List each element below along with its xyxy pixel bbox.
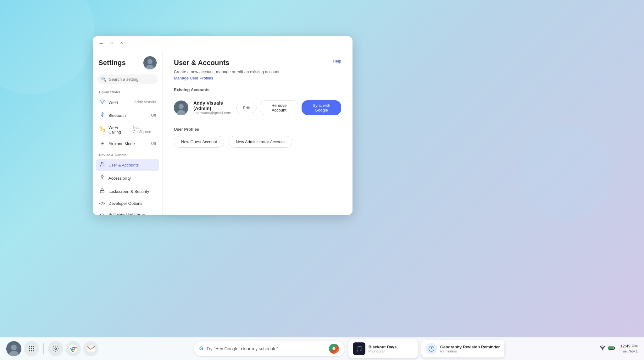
- svg-rect-16: [29, 346, 30, 347]
- new-guest-account-button[interactable]: New Guest Account: [174, 136, 224, 148]
- page-header: User & Accounts Create a new account, ma…: [174, 59, 341, 81]
- sidebar-item-airplane[interactable]: ✈ Airplane Mode Off: [96, 138, 159, 149]
- window-body: Settings 🔍 Connections: [93, 50, 353, 215]
- taskbar-right: 12:49 PM Tue, Nov 1: [599, 343, 638, 354]
- airplane-icon: ✈: [99, 141, 105, 146]
- minimize-button[interactable]: —: [98, 40, 105, 46]
- search-icon: 🔍: [101, 77, 106, 82]
- svg-rect-34: [614, 347, 615, 349]
- user-profiles-section: User Profiles New Guest Account New Admi…: [174, 127, 341, 148]
- date-display: Tue, Nov 1: [620, 349, 638, 354]
- taskbar-avatar[interactable]: [6, 341, 21, 356]
- search-box[interactable]: 🔍: [97, 74, 158, 84]
- remove-account-button[interactable]: Remove Account: [260, 100, 298, 115]
- airplane-value: Off: [151, 141, 156, 146]
- page-description: Create a new account, manage or edit an …: [174, 69, 280, 81]
- reminder-text: Geography Revision Reminder Reminders: [440, 345, 500, 353]
- titlebar: — □ ✕: [93, 36, 353, 50]
- chrome-taskbar-icon[interactable]: [66, 341, 81, 356]
- svg-rect-30: [87, 346, 95, 352]
- svg-rect-23: [31, 350, 32, 352]
- bluetooth-value: Off: [151, 113, 156, 117]
- svg-rect-21: [33, 348, 34, 349]
- notification-card-reminder[interactable]: Geography Revision Reminder Reminders: [421, 340, 504, 357]
- svg-rect-19: [29, 348, 30, 349]
- svg-point-1: [147, 59, 153, 64]
- profile-buttons: New Guest Account New Administrator Acco…: [174, 136, 341, 148]
- sidebar-item-user-accounts[interactable]: User & Accounts: [96, 159, 159, 171]
- wifi-label: Wi-Fi: [108, 100, 118, 105]
- sidebar-item-software[interactable]: Software Updates & About: [96, 209, 159, 215]
- search-input[interactable]: [109, 77, 162, 82]
- sidebar-item-developer[interactable]: </> Developer Options: [96, 198, 159, 209]
- software-label: Software Updates & About: [108, 212, 156, 215]
- sidebar-item-accessibility[interactable]: Accessibility: [96, 172, 159, 184]
- reminder-title: Geography Revision Reminder: [440, 345, 500, 349]
- account-email: username@gmail.com: [193, 111, 231, 115]
- svg-point-29: [73, 348, 74, 350]
- wifi-status-icon[interactable]: [599, 345, 606, 352]
- sidebar-item-wifi-calling[interactable]: Wi-Fi Calling Not Configured: [96, 122, 159, 137]
- existing-accounts-label: Existing Accounts: [174, 87, 341, 92]
- reminder-icon: [426, 343, 437, 354]
- account-row: Addy Visuals (Admin) username@gmail.com …: [174, 96, 341, 119]
- sidebar-item-bluetooth[interactable]: Bluetooth Off: [96, 109, 159, 122]
- google-search-bar[interactable]: G Try "Hey Google, clear my schedule": [194, 341, 345, 356]
- maximize-button[interactable]: □: [108, 40, 115, 46]
- page-title: User & Accounts: [174, 59, 280, 67]
- account-avatar: [174, 101, 188, 115]
- avatar[interactable]: [143, 56, 157, 69]
- lock-icon: [99, 188, 105, 195]
- system-icons: [599, 345, 616, 352]
- reminder-subtitle: Reminders: [440, 349, 500, 353]
- svg-rect-20: [31, 348, 32, 349]
- apps-icon[interactable]: [24, 341, 39, 356]
- page-title-block: User & Accounts Create a new account, ma…: [174, 59, 280, 81]
- notification-text: Blackout Days Phonogram: [369, 345, 397, 353]
- datetime: 12:49 PM Tue, Nov 1: [620, 343, 638, 354]
- manage-profiles-link[interactable]: Manage User Profiles: [174, 76, 213, 80]
- notification-card-music[interactable]: 🎵 Blackout Days Phonogram: [348, 339, 418, 358]
- search-suggestion: Try "Hey Google, clear my schedule": [206, 346, 326, 351]
- svg-rect-24: [33, 350, 34, 352]
- music-album-icon: 🎵: [353, 342, 365, 355]
- connections-section-label: Connections: [96, 89, 159, 96]
- software-icon: [99, 213, 105, 215]
- close-button[interactable]: ✕: [118, 40, 125, 46]
- svg-point-3: [102, 103, 103, 104]
- main-content: User & Accounts Create a new account, ma…: [163, 50, 353, 215]
- svg-rect-35: [609, 347, 613, 349]
- account-actions: Edit Remove Account Sync with Google: [236, 100, 341, 115]
- sidebar: Settings 🔍 Connections: [93, 50, 163, 215]
- user-accounts-icon: [99, 161, 105, 168]
- settings-taskbar-icon[interactable]: [48, 341, 63, 356]
- description-line1: Create a new account, manage or edit an …: [174, 69, 280, 74]
- taskbar: G Try "Hey Google, clear my schedule" 🎵 …: [0, 337, 644, 360]
- taskbar-divider: [43, 343, 44, 354]
- notif-subtitle: Phonogram: [369, 349, 397, 353]
- taskbar-center: G Try "Hey Google, clear my schedule" 🎵 …: [98, 339, 599, 358]
- developer-icon: </>: [99, 201, 105, 206]
- gmail-taskbar-icon[interactable]: [83, 341, 98, 356]
- new-admin-account-button[interactable]: New Administrator Account: [229, 136, 292, 148]
- svg-point-32: [602, 350, 603, 350]
- svg-rect-6: [100, 190, 104, 193]
- time-display: 12:49 PM: [620, 343, 638, 349]
- svg-rect-18: [33, 346, 34, 347]
- wifi-calling-icon: [99, 126, 105, 133]
- battery-icon[interactable]: [608, 345, 616, 352]
- svg-rect-22: [29, 350, 30, 352]
- svg-point-4: [101, 162, 103, 164]
- developer-label: Developer Options: [108, 201, 142, 206]
- svg-point-11: [179, 104, 184, 109]
- mic-icon[interactable]: [329, 344, 339, 354]
- sidebar-item-lockscreen[interactable]: Lockscreen & Security: [96, 185, 159, 198]
- settings-title: Settings: [98, 59, 126, 67]
- notif-title: Blackout Days: [369, 345, 397, 349]
- help-link[interactable]: Help: [333, 59, 341, 63]
- airplane-label: Airplane Mode: [108, 141, 135, 146]
- sync-with-google-button[interactable]: Sync with Google: [302, 100, 341, 115]
- bluetooth-icon: [99, 112, 105, 119]
- edit-button[interactable]: Edit: [236, 103, 256, 113]
- sidebar-item-wifi[interactable]: Wi-Fi Addy Visuals: [96, 96, 159, 108]
